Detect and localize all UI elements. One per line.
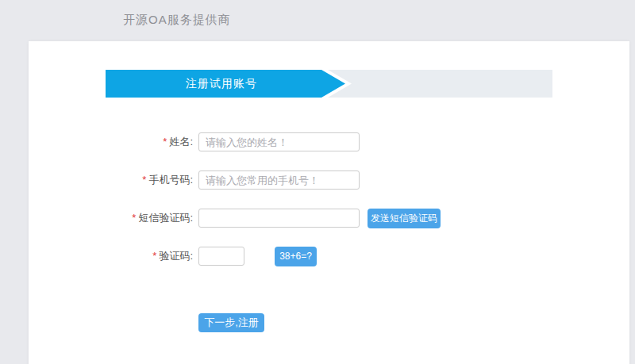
- phone-field-label: *手机号码:: [29, 173, 193, 187]
- top-header: 开源OA服务提供商: [0, 0, 635, 41]
- captcha-field-label: *验证码:: [29, 249, 193, 263]
- captcha-input[interactable]: [198, 247, 244, 266]
- required-marker: *: [152, 250, 156, 262]
- brand-text: 开源OA服务提供商: [123, 13, 231, 28]
- field-label-text: 验证码:: [159, 250, 193, 262]
- submit-button[interactable]: 下一步,注册: [198, 313, 264, 332]
- captcha-question-button[interactable]: 38+6=?: [275, 247, 317, 266]
- section-ribbon: 注册试用账号: [106, 70, 552, 98]
- field-label-text: 手机号码:: [148, 174, 193, 186]
- required-marker: *: [163, 136, 167, 148]
- name-field-label: *姓名:: [29, 135, 193, 149]
- registration-form: *姓名: *手机号码: *短信验证码: 发送短信验证码 *验证码: 38+6=?: [29, 132, 629, 285]
- content-card: 注册试用账号 *姓名: *手机号码: *短信验证码: 发送短信验证码 *验证码:…: [29, 41, 629, 364]
- form-row-phone: *手机号码:: [29, 171, 629, 190]
- required-marker: *: [132, 212, 136, 224]
- send-sms-button[interactable]: 发送短信验证码: [368, 209, 441, 228]
- field-label-text: 短信验证码:: [138, 212, 193, 224]
- page-background: 开源OA服务提供商 注册试用账号 *姓名: *手机号码: *短信验证码: 发送短…: [0, 0, 635, 364]
- form-row-name: *姓名:: [29, 132, 629, 151]
- form-row-sms-code: *短信验证码: 发送短信验证码: [29, 209, 629, 228]
- required-marker: *: [142, 174, 146, 186]
- sms-code-field-label: *短信验证码:: [29, 211, 193, 225]
- phone-input[interactable]: [198, 171, 360, 190]
- sms-code-input[interactable]: [198, 209, 360, 228]
- field-label-text: 姓名:: [169, 136, 193, 148]
- page-title: 注册试用账号: [186, 77, 257, 91]
- name-input[interactable]: [198, 132, 360, 151]
- form-row-captcha: *验证码: 38+6=?: [29, 247, 629, 266]
- ribbon-arrow: 注册试用账号: [106, 70, 345, 98]
